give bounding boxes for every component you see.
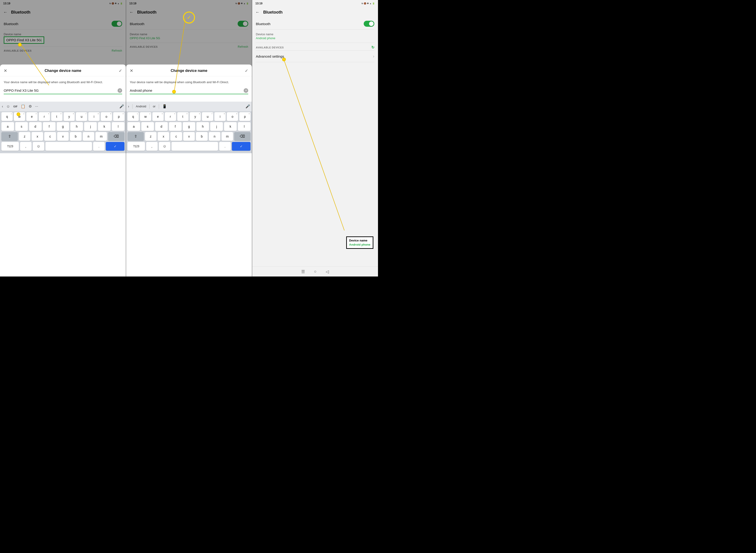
dialog-close-2[interactable]: ✕ <box>130 68 133 73</box>
key-num[interactable]: ?123 <box>1 142 19 151</box>
key2-s[interactable]: s <box>141 122 154 131</box>
bluetooth-row-3[interactable]: Bluetooth <box>252 18 378 29</box>
key2-y[interactable]: y6 <box>190 112 201 121</box>
key2-w[interactable]: w2 <box>140 112 151 121</box>
key2-f[interactable]: f <box>169 122 181 131</box>
kb-mic-icon-1[interactable]: 🎤 <box>120 104 124 108</box>
kb-phone-icon-2[interactable]: 📱 <box>162 104 167 108</box>
key2-n[interactable]: n <box>209 132 220 141</box>
key2-a[interactable]: a <box>128 122 140 131</box>
key-s[interactable]: s <box>15 122 28 131</box>
key2-emoji[interactable]: ☺ <box>159 142 170 151</box>
dialog-input-row-2[interactable]: ✕ <box>130 88 248 94</box>
key-comma[interactable]: , <box>20 142 31 151</box>
nav-back-3[interactable]: ◁ <box>326 269 329 274</box>
key2-num[interactable]: ?123 <box>128 142 145 151</box>
kb-clipboard-icon-1[interactable]: 📋 <box>21 104 25 108</box>
dialog-input-row-1[interactable]: ✕ <box>4 88 122 94</box>
key2-r[interactable]: r4 <box>165 112 176 121</box>
key2-t[interactable]: t5 <box>177 112 188 121</box>
key-o[interactable]: o9 <box>101 112 112 121</box>
key-q[interactable]: q1 <box>1 112 13 121</box>
key-r[interactable]: r4 <box>39 112 50 121</box>
kb-gear-icon-1[interactable]: ⚙ <box>28 104 32 108</box>
key2-v[interactable]: v <box>183 132 195 141</box>
bell-icon-3: 🔕 <box>364 2 366 5</box>
key2-d[interactable]: d <box>155 122 168 131</box>
key-t[interactable]: t5 <box>51 112 63 121</box>
key-g[interactable]: g <box>57 122 69 131</box>
advanced-settings-row-3[interactable]: Advanced settings › <box>252 51 378 62</box>
key-v[interactable]: v <box>57 132 69 141</box>
dialog-confirm-1[interactable]: ✓ <box>119 68 122 73</box>
key2-q[interactable]: q1 <box>128 112 139 121</box>
key-shift[interactable]: ⇧ <box>1 132 18 141</box>
key-c[interactable]: c <box>44 132 56 141</box>
nav-home-3[interactable]: ○ <box>314 269 317 274</box>
dialog-close-1[interactable]: ✕ <box>4 68 7 73</box>
key-y[interactable]: y6 <box>64 112 75 121</box>
key2-i[interactable]: i8 <box>214 112 226 121</box>
key-space[interactable] <box>46 142 92 151</box>
key-d[interactable]: d <box>29 122 42 131</box>
key-emoji[interactable]: ☺ <box>33 142 44 151</box>
kb-or-2: or <box>153 105 156 108</box>
kb-gif-icon-1[interactable]: GIF <box>13 105 17 108</box>
key-done[interactable]: ✓ <box>106 142 125 151</box>
back-button-3[interactable]: ← <box>255 10 259 15</box>
key2-m[interactable]: m <box>222 132 233 141</box>
dialog-clear-2[interactable]: ✕ <box>244 88 248 93</box>
key-j[interactable]: j <box>84 122 97 131</box>
key2-z[interactable]: z <box>145 132 156 141</box>
key-n[interactable]: n <box>83 132 94 141</box>
key2-done[interactable]: ✓ <box>232 142 250 151</box>
kb-prediction1-2[interactable]: Android <box>136 105 146 108</box>
key-b[interactable]: b <box>70 132 81 141</box>
nav-menu-3[interactable]: ☰ <box>301 269 305 274</box>
kb-mic-icon-2[interactable]: 🎤 <box>245 104 250 108</box>
dialog-confirm-2[interactable]: ✓ <box>245 68 248 73</box>
kb-more-icon-1[interactable]: ··· <box>35 104 38 108</box>
key-period[interactable]: . <box>93 142 105 151</box>
keyboard-1: ‹ ☺ GIF 📋 ⚙ ··· 🎤 q1 w2 e3 r4 t5 <box>0 102 126 153</box>
key-z[interactable]: z <box>19 132 30 141</box>
key2-period[interactable]: . <box>219 142 231 151</box>
dialog-input-2[interactable] <box>130 88 244 92</box>
key2-x[interactable]: x <box>158 132 169 141</box>
key-x[interactable]: x <box>31 132 43 141</box>
key-l[interactable]: l <box>112 122 125 131</box>
key2-space[interactable] <box>171 142 218 151</box>
key-h[interactable]: h <box>70 122 83 131</box>
dialog-clear-1[interactable]: ✕ <box>118 88 122 93</box>
kb-back-icon-1[interactable]: ‹ <box>2 104 3 108</box>
key2-b[interactable]: b <box>196 132 208 141</box>
key2-shift[interactable]: ⇧ <box>128 132 144 141</box>
key2-backspace[interactable]: ⌫ <box>234 132 250 141</box>
key-a[interactable]: a <box>1 122 14 131</box>
dialog-desc-2: Your device name will be displayed when … <box>130 80 248 85</box>
key-f[interactable]: f <box>43 122 56 131</box>
key2-h[interactable]: h <box>197 122 209 131</box>
kb-forward-icon-2[interactable]: › <box>128 104 129 108</box>
key-m[interactable]: m <box>95 132 107 141</box>
dialog-input-1[interactable] <box>4 88 118 92</box>
key2-e[interactable]: e3 <box>152 112 164 121</box>
bluetooth-toggle-3[interactable] <box>364 21 374 27</box>
key2-o[interactable]: o9 <box>227 112 238 121</box>
key2-comma[interactable]: , <box>146 142 158 151</box>
key-i[interactable]: i8 <box>88 112 99 121</box>
key2-j[interactable]: j <box>210 122 223 131</box>
key-u[interactable]: u7 <box>76 112 87 121</box>
key-k[interactable]: k <box>98 122 110 131</box>
key2-p[interactable]: p0 <box>239 112 250 121</box>
key2-c[interactable]: c <box>170 132 182 141</box>
device-name-row-3[interactable]: Device name Android phone <box>252 30 378 43</box>
key2-g[interactable]: g <box>183 122 196 131</box>
key-backspace[interactable]: ⌫ <box>108 132 125 141</box>
key2-k[interactable]: k <box>224 122 237 131</box>
key-e[interactable]: e3 <box>26 112 37 121</box>
key-p[interactable]: p0 <box>113 112 125 121</box>
key2-u[interactable]: u7 <box>202 112 213 121</box>
kb-emoji-icon-1[interactable]: ☺ <box>6 104 10 108</box>
key2-l[interactable]: l <box>238 122 250 131</box>
